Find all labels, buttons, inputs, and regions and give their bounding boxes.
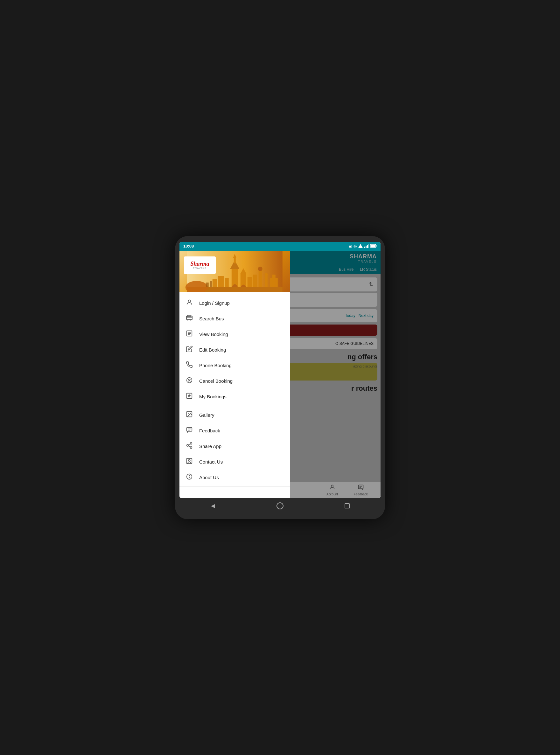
svg-rect-15 (213, 279, 217, 287)
svg-rect-26 (259, 270, 262, 287)
menu-item-about-us[interactable]: About Us (179, 470, 290, 485)
menu-label-feedback: Feedback (199, 428, 220, 433)
phone-icon (185, 361, 194, 370)
svg-rect-17 (225, 278, 229, 287)
svg-point-36 (187, 320, 188, 320)
svg-rect-2 (365, 246, 366, 248)
drawer-section-1: Login / Signup (179, 294, 290, 406)
menu-label-edit-booking: Edit Booking (199, 347, 226, 352)
menu-label-share-app: Share App (199, 444, 221, 449)
status-icons: ▣ ◎ (348, 244, 377, 248)
signal-icon (358, 244, 363, 248)
recents-square-icon (345, 503, 350, 508)
home-button[interactable] (276, 502, 284, 510)
svg-rect-32 (206, 283, 209, 287)
signal-bars-icon (364, 244, 369, 248)
feedback-menu-icon (185, 426, 194, 435)
svg-point-59 (188, 460, 190, 461)
bus-icon (185, 314, 194, 323)
back-button[interactable]: ◀ (208, 502, 217, 510)
navigation-drawer: Sharma TRAVELS (179, 251, 290, 498)
cancel-icon (185, 377, 194, 385)
svg-rect-4 (368, 244, 369, 248)
menu-label-gallery: Gallery (199, 412, 215, 418)
drawer-header: Sharma TRAVELS (179, 251, 290, 292)
svg-rect-50 (187, 427, 192, 431)
menu-item-share-app[interactable]: Share App (179, 438, 290, 454)
svg-marker-47 (188, 394, 191, 397)
menu-item-contact-us[interactable]: Contact Us (179, 454, 290, 470)
svg-rect-31 (272, 274, 276, 279)
svg-rect-16 (218, 276, 224, 287)
device-nav-bar: ◀ (179, 498, 381, 512)
svg-rect-1 (364, 247, 365, 248)
star-icon (185, 392, 194, 401)
menu-label-about-us: About Us (199, 475, 219, 480)
menu-label-view-booking: View Booking (199, 331, 228, 337)
edit-icon (185, 346, 194, 354)
person-icon (185, 299, 194, 307)
menu-item-my-bookings[interactable]: My Bookings (179, 389, 290, 404)
svg-rect-28 (265, 276, 267, 287)
svg-rect-33 (210, 281, 212, 287)
svg-point-54 (187, 445, 189, 446)
svg-rect-7 (371, 245, 376, 247)
status-bar: 10:08 ▣ ◎ (179, 242, 381, 251)
home-circle-icon (277, 503, 283, 509)
back-arrow-icon: ◀ (211, 503, 215, 509)
svg-point-37 (190, 320, 191, 320)
menu-label-contact-us: Contact Us (199, 459, 223, 465)
menu-item-search-bus[interactable]: Search Bus (179, 311, 290, 326)
logo-sharma: Sharma (190, 261, 209, 267)
screen: 10:08 ▣ ◎ (179, 242, 381, 498)
svg-line-56 (188, 446, 190, 447)
svg-point-53 (190, 442, 192, 444)
svg-point-34 (188, 300, 190, 302)
svg-marker-0 (358, 244, 363, 248)
menu-item-login[interactable]: Login / Signup (179, 295, 290, 311)
info-icon (185, 473, 194, 482)
menu-item-feedback[interactable]: Feedback (179, 423, 290, 438)
menu-item-gallery[interactable]: Gallery (179, 407, 290, 423)
menu-label-search-bus: Search Bus (199, 316, 224, 321)
status-time: 10:08 (183, 244, 194, 248)
menu-label-my-bookings: My Bookings (199, 394, 226, 399)
menu-label-phone-booking: Phone Booking (199, 363, 232, 368)
menu-item-view-booking[interactable]: View Booking (179, 326, 290, 342)
list-icon (185, 330, 194, 339)
device-frame: 10:08 ▣ ◎ (175, 236, 385, 519)
svg-rect-6 (376, 245, 377, 247)
wifi-icon: ◎ (354, 244, 357, 248)
svg-rect-3 (367, 245, 368, 248)
svg-point-55 (190, 446, 192, 448)
menu-item-cancel-booking[interactable]: Cancel Booking (179, 373, 290, 389)
gallery-icon (185, 411, 194, 419)
sim-icon: ▣ (348, 244, 352, 248)
svg-rect-25 (253, 274, 257, 287)
contact-icon (185, 457, 194, 466)
menu-item-edit-booking[interactable]: Edit Booking (179, 342, 290, 358)
menu-item-phone-booking[interactable]: Phone Booking (179, 358, 290, 373)
drawer-section-2: Gallery Feedback (179, 406, 290, 487)
drawer-menu: Login / Signup (179, 292, 290, 498)
svg-point-49 (188, 413, 189, 414)
svg-point-29 (265, 273, 268, 276)
svg-rect-20 (234, 257, 236, 263)
menu-label-login: Login / Signup (199, 300, 230, 306)
main-content: SHARMA TRAVELS Bus Hire LR Status ⇅ (179, 251, 381, 498)
svg-rect-24 (247, 277, 252, 287)
logo-box: Sharma TRAVELS (184, 257, 216, 274)
svg-point-27 (258, 267, 262, 271)
battery-icon (371, 244, 377, 248)
recents-button[interactable] (343, 502, 352, 510)
menu-label-cancel-booking: Cancel Booking (199, 378, 233, 384)
svg-line-57 (188, 444, 190, 445)
logo-travels: TRAVELS (193, 267, 207, 269)
share-icon (185, 442, 194, 450)
